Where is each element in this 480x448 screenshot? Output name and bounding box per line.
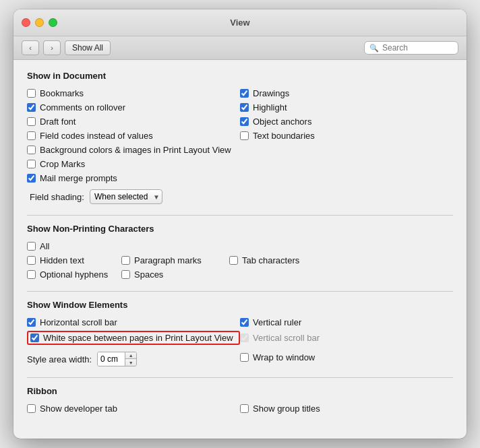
list-item: All [27, 241, 121, 252]
draft-font-checkbox[interactable] [27, 117, 36, 126]
window-title: View [230, 18, 249, 28]
background-colors-label: Background colors & images in Print Layo… [40, 145, 231, 155]
mail-merge-checkbox[interactable] [27, 174, 36, 183]
stepper-down-button[interactable]: ▼ [125, 359, 136, 366]
all-label: All [40, 241, 49, 251]
list-item: Draft font [27, 116, 240, 127]
list-item: Spaces [121, 269, 229, 280]
list-item: Hidden text [27, 255, 121, 266]
list-item: Tab characters [229, 255, 453, 266]
list-item: White space between pages in Print Layou… [27, 331, 240, 345]
window-controls [22, 18, 57, 27]
all-checkbox[interactable] [27, 242, 36, 251]
text-boundaries-checkbox[interactable] [240, 131, 249, 140]
maximize-button[interactable] [49, 18, 57, 27]
toolbar: ‹ › Show All 🔍 [13, 36, 467, 60]
background-colors-checkbox[interactable] [27, 146, 36, 154]
show-window-elements-title: Show Window Elements [27, 300, 453, 310]
list-item: Wrap to window [240, 348, 453, 366]
show-window-elements-section: Show Window Elements Horizontal scroll b… [27, 300, 453, 366]
vertical-scroll-label: Vertical scroll bar [253, 333, 320, 343]
style-area-row: Style area width: ▲ ▼ [27, 352, 240, 366]
list-item: Horizontal scroll bar [27, 317, 240, 328]
group-titles-label: Show group titles [253, 404, 320, 414]
list-item: Comments on rollover [27, 102, 240, 113]
style-area-input[interactable] [98, 352, 125, 366]
search-box: 🔍 [364, 41, 458, 55]
list-item: Mail merge prompts [27, 172, 240, 184]
field-shading-select[interactable]: Always Never When selected [90, 189, 162, 204]
hidden-text-checkbox[interactable] [27, 256, 36, 265]
field-codes-checkbox[interactable] [27, 131, 36, 140]
close-button[interactable] [22, 18, 30, 27]
ribbon-title: Ribbon [27, 386, 453, 396]
ribbon-grid: Show developer tab Show group titles [27, 403, 453, 414]
vertical-scroll-checkbox[interactable] [240, 333, 249, 342]
vertical-ruler-checkbox[interactable] [240, 318, 249, 327]
vertical-ruler-label: Vertical ruler [253, 317, 301, 327]
object-anchors-checkbox[interactable] [240, 117, 249, 126]
object-anchors-label: Object anchors [253, 117, 311, 127]
list-item: Background colors & images in Print Layo… [27, 144, 240, 156]
window-elements-grid: Horizontal scroll bar Vertical ruler Whi… [27, 317, 453, 366]
search-input[interactable] [382, 43, 453, 53]
titlebar: View [13, 9, 467, 36]
divider-2 [27, 291, 453, 292]
hidden-text-label: Hidden text [40, 255, 84, 265]
stepper-up-button[interactable]: ▲ [125, 352, 136, 359]
paragraph-marks-label: Paragraph marks [134, 255, 202, 265]
list-item: Show developer tab [27, 403, 240, 414]
tab-characters-checkbox[interactable] [229, 256, 238, 265]
developer-tab-checkbox[interactable] [27, 404, 36, 413]
show-in-document-right: Drawings Highlight Object anchors Text b… [240, 88, 453, 184]
style-area-stepper: ▲ ▼ [125, 352, 136, 366]
back-button[interactable]: ‹ [22, 40, 39, 55]
horizontal-scroll-label: Horizontal scroll bar [40, 317, 117, 327]
style-area-label: Style area width: [27, 354, 92, 364]
bookmarks-checkbox[interactable] [27, 89, 36, 98]
ribbon-section: Ribbon Show developer tab Show group tit… [27, 386, 453, 414]
wrap-window-label: Wrap to window [253, 352, 315, 362]
show-non-printing-section: Show Non-Printing Characters All Hidden … [27, 224, 453, 280]
search-icon: 🔍 [369, 44, 379, 53]
show-all-button[interactable]: Show All [65, 40, 111, 55]
crop-marks-label: Crop Marks [40, 159, 85, 169]
group-titles-checkbox[interactable] [240, 404, 249, 413]
drawings-checkbox[interactable] [240, 89, 249, 98]
bookmarks-label: Bookmarks [40, 88, 84, 98]
optional-hyphens-checkbox[interactable] [27, 270, 36, 279]
list-item: Bookmarks [27, 88, 240, 99]
list-item: Vertical scroll bar [240, 331, 453, 345]
style-area-input-wrap: ▲ ▼ [97, 352, 137, 366]
paragraph-marks-checkbox[interactable] [121, 256, 130, 265]
comments-rollover-label: Comments on rollover [40, 102, 125, 113]
list-item: Drawings [240, 88, 453, 99]
field-shading-label: Field shading: [30, 192, 84, 202]
spaces-checkbox[interactable] [121, 270, 130, 279]
list-item: Vertical ruler [240, 317, 453, 328]
white-space-checkbox[interactable] [30, 333, 39, 342]
tab-characters-label: Tab characters [242, 255, 299, 265]
comments-rollover-checkbox[interactable] [27, 103, 36, 112]
show-non-printing-title: Show Non-Printing Characters [27, 224, 453, 234]
list-item: Optional hyphens [27, 269, 121, 280]
horizontal-scroll-checkbox[interactable] [27, 318, 36, 327]
spaces-label: Spaces [134, 269, 163, 280]
divider-1 [27, 215, 453, 216]
show-in-document-title: Show in Document [27, 71, 453, 81]
mail-merge-label: Mail merge prompts [40, 173, 117, 183]
crop-marks-checkbox[interactable] [27, 160, 36, 168]
white-space-label: White space between pages in Print Layou… [43, 333, 233, 343]
show-in-document-left: Bookmarks Comments on rollover Draft fon… [27, 88, 240, 184]
chevron-right-icon: › [51, 44, 53, 52]
show-in-document-columns: Bookmarks Comments on rollover Draft fon… [27, 88, 453, 184]
highlight-checkbox[interactable] [240, 103, 249, 112]
wrap-window-checkbox[interactable] [240, 353, 249, 362]
developer-tab-label: Show developer tab [40, 404, 117, 414]
list-item: Field codes instead of values [27, 130, 240, 141]
minimize-button[interactable] [35, 18, 44, 27]
forward-button[interactable]: › [43, 40, 61, 55]
field-shading-select-wrapper: Always Never When selected ▼ [90, 189, 162, 204]
non-printing-grid: All Hidden text Paragraph marks Tab char… [27, 241, 453, 280]
list-item: Show group titles [240, 403, 453, 414]
